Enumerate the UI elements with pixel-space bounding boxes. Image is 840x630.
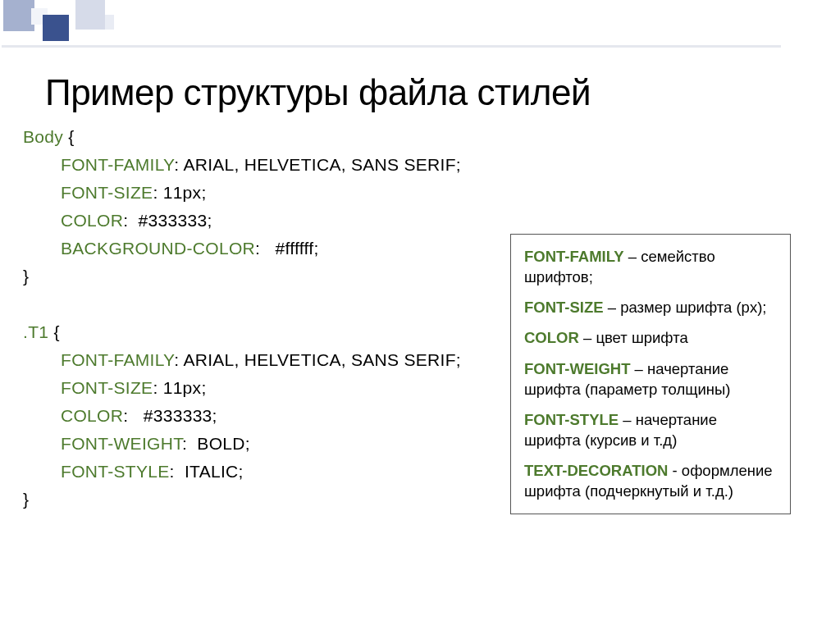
css-code-example: Body { font-family: Arial, Helvetica, sa…	[23, 123, 461, 514]
legend-term: Font-weight	[524, 360, 630, 377]
css-prop: color	[61, 211, 123, 230]
legend-desc: – размер шрифта (px);	[604, 299, 767, 316]
legend-term: Font-family	[524, 248, 624, 265]
css-val: Arial, Helvetica, sans serif;	[183, 350, 461, 369]
css-selector: Body	[23, 127, 63, 146]
deco-square	[75, 0, 105, 30]
header-rule	[2, 45, 781, 48]
css-prop: font-family	[61, 155, 174, 174]
legend-desc: – цвет шрифта	[579, 329, 688, 346]
legend-item: Font-style – начертание шрифта (курсив и…	[524, 409, 777, 450]
slide-decoration	[0, 0, 148, 45]
legend-item: Font-size – размер шрифта (px);	[524, 297, 777, 317]
css-prop: font-weight	[61, 434, 182, 453]
legend-item: Color – цвет шрифта	[524, 327, 777, 348]
deco-square	[43, 15, 69, 41]
css-val: italic;	[185, 462, 244, 481]
css-val: 11px;	[163, 183, 207, 202]
legend-box: Font-family – семейство шрифтов; Font-si…	[510, 234, 791, 514]
legend-item: Text-decoration - оформление шрифта (под…	[524, 460, 777, 501]
css-val: #ffffff;	[276, 239, 319, 258]
css-val: #333333;	[139, 211, 212, 230]
page-title: Пример структуры файла стилей	[45, 72, 591, 113]
css-prop: background-color	[61, 239, 255, 258]
css-prop: font-size	[61, 183, 153, 202]
css-val: bold;	[197, 434, 250, 453]
css-prop: font-size	[61, 378, 153, 397]
legend-term: Text-decoration	[524, 462, 668, 479]
css-selector: .T1	[23, 322, 48, 341]
css-val: Arial, Helvetica, sans serif;	[183, 155, 461, 174]
css-val: #333333;	[144, 406, 217, 425]
legend-term: Color	[524, 329, 579, 346]
css-prop: color	[61, 406, 123, 425]
deco-square	[3, 0, 34, 31]
legend-item: Font-weight – начертание шрифта (парамет…	[524, 358, 777, 399]
legend-item: Font-family – семейство шрифтов;	[524, 246, 777, 287]
css-prop: font-family	[61, 350, 174, 369]
css-val: 11px;	[163, 378, 207, 397]
legend-term: Font-size	[524, 299, 604, 316]
legend-term: Font-style	[524, 411, 619, 428]
css-prop: font-style	[61, 462, 170, 481]
